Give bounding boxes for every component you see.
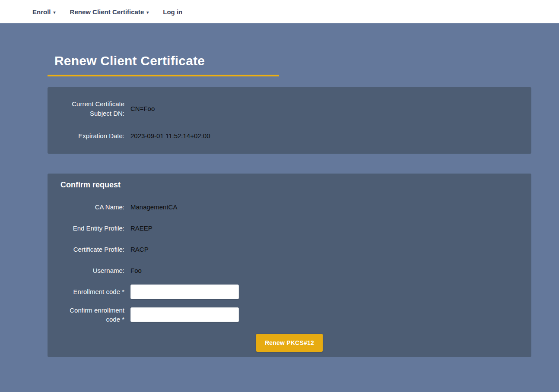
certificate-info-panel: Current Certificate Subject DN: CN=Foo E… (48, 87, 531, 154)
submit-button-row: Renew PKCS#12 (60, 334, 518, 352)
expiration-date-value: 2023-09-01 11:52:14+02:00 (130, 132, 210, 139)
confirm-request-heading: Confirm request (60, 180, 518, 190)
end-entity-profile-row: End Entity Profile: RAEEP (60, 221, 518, 236)
confirm-enrollment-code-input[interactable] (130, 307, 239, 322)
nav-item-enroll[interactable]: Enroll ▾ (32, 8, 56, 16)
certificate-profile-row: Certificate Profile: RACP (60, 242, 518, 257)
enrollment-code-row: Enrollment code * (60, 285, 518, 299)
nav-item-renew-label: Renew Client Certificate (70, 8, 144, 16)
caret-down-icon: ▾ (54, 10, 56, 15)
certificate-profile-value: RACP (130, 246, 149, 253)
enrollment-code-input[interactable] (130, 285, 239, 299)
username-label: Username: (60, 266, 124, 275)
subject-dn-row: Current Certificate Subject DN: CN=Foo (60, 99, 518, 118)
ca-name-value: ManagementCA (130, 203, 177, 211)
ca-name-row: CA Name: ManagementCA (60, 200, 518, 215)
username-value: Foo (130, 267, 142, 274)
nav-item-login-label: Log in (163, 8, 182, 16)
nav-item-enroll-label: Enroll (32, 8, 51, 16)
expiration-date-label: Expiration Date: (60, 131, 124, 141)
confirm-enrollment-code-label: Confirm enrollment code * (60, 306, 124, 325)
expiration-date-row: Expiration Date: 2023-09-01 11:52:14+02:… (60, 129, 518, 143)
page-title: Renew Client Certificate (54, 54, 279, 68)
ca-name-label: CA Name: (60, 202, 124, 212)
nav-item-renew-client-certificate[interactable]: Renew Client Certificate ▾ (70, 8, 149, 16)
certificate-profile-label: Certificate Profile: (60, 245, 124, 254)
end-entity-profile-value: RAEEP (130, 224, 152, 232)
confirm-request-panel: Confirm request CA Name: ManagementCA En… (48, 174, 531, 357)
username-row: Username: Foo (60, 263, 518, 278)
main-content: Renew Client Certificate Current Certifi… (48, 54, 531, 383)
caret-down-icon: ▾ (146, 10, 149, 15)
renew-pkcs12-button[interactable]: Renew PKCS#12 (256, 334, 323, 352)
subject-dn-label: Current Certificate Subject DN: (60, 99, 124, 118)
enrollment-code-label: Enrollment code * (60, 287, 124, 297)
confirm-enrollment-code-row: Confirm enrollment code * (60, 306, 518, 325)
page-title-underline: Renew Client Certificate (48, 54, 279, 76)
nav-item-log-in[interactable]: Log in (163, 8, 182, 16)
top-navbar: Enroll ▾ Renew Client Certificate ▾ Log … (0, 0, 559, 23)
subject-dn-value: CN=Foo (130, 105, 155, 112)
end-entity-profile-label: End Entity Profile: (60, 224, 124, 233)
